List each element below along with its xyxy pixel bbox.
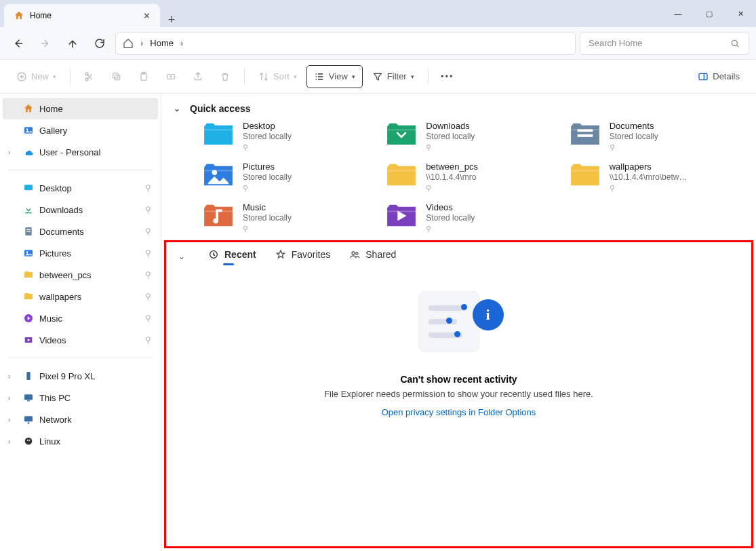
- window-controls: — ▢ ✕: [662, 0, 756, 27]
- cut-button[interactable]: [77, 65, 102, 88]
- pin-icon: ⚲: [243, 143, 292, 152]
- item-title: Videos: [426, 202, 475, 213]
- quick-access-item[interactable]: between_pcs \\10.1.4.4\mro ⚲: [385, 162, 560, 200]
- paste-icon: [138, 71, 149, 82]
- sidebar-item-pixel-9-pro-xl[interactable]: ›Pixel 9 Pro XL: [3, 365, 158, 387]
- svg-point-26: [25, 438, 33, 445]
- folder-icon: [202, 121, 235, 148]
- share-button[interactable]: [186, 65, 210, 88]
- rename-button[interactable]: [159, 65, 183, 88]
- chevron-right-icon[interactable]: ›: [8, 149, 10, 156]
- device-icon: [23, 436, 34, 446]
- breadcrumb-segment[interactable]: Home: [150, 38, 174, 48]
- sidebar-item-network[interactable]: ›Network: [3, 408, 158, 430]
- item-title: Documents: [610, 121, 658, 132]
- quick-access-item[interactable]: wallpapers \\10.1.4.4\mro\betw… ⚲: [569, 162, 744, 200]
- onedrive-icon: [23, 147, 34, 157]
- open-privacy-settings-link[interactable]: Open privacy settings in Folder Options: [177, 407, 740, 417]
- delete-button[interactable]: [213, 65, 237, 88]
- clock-icon: [208, 249, 219, 260]
- back-button[interactable]: [7, 32, 30, 55]
- sidebar-label: Videos: [39, 335, 66, 345]
- quick-access-header[interactable]: ⌄ Quick access: [161, 94, 756, 121]
- gallery-icon: [23, 125, 34, 136]
- item-subtitle: Stored locally: [243, 172, 292, 183]
- quick-access-item[interactable]: Music Stored locally ⚲: [202, 202, 377, 240]
- sidebar-label: wallpapers: [39, 292, 81, 302]
- item-title: Desktop: [243, 121, 292, 132]
- sidebar-item-desktop[interactable]: Desktop⚲: [3, 177, 158, 199]
- search-box[interactable]: [580, 32, 749, 55]
- item-subtitle: Stored locally: [243, 213, 292, 224]
- refresh-button[interactable]: [88, 32, 111, 55]
- maximize-button[interactable]: ▢: [694, 0, 725, 27]
- more-button[interactable]: •••: [435, 65, 460, 88]
- folder-icon: [23, 183, 34, 193]
- sidebar-label: Music: [39, 314, 62, 324]
- chevron-right-icon[interactable]: ›: [8, 438, 10, 445]
- sidebar-item-this-pc[interactable]: ›This PC: [3, 387, 158, 408]
- device-icon: [23, 414, 34, 425]
- filter-label: Filter: [387, 71, 407, 81]
- quick-access-item[interactable]: Videos Stored locally ⚲: [385, 202, 560, 240]
- search-input[interactable]: [589, 38, 730, 48]
- close-button[interactable]: ✕: [725, 0, 756, 27]
- minimize-button[interactable]: —: [662, 0, 694, 27]
- recent-section-highlight: ⌄ Recent Favorites Shared: [164, 240, 753, 548]
- item-title: Downloads: [426, 121, 475, 132]
- sidebar-label: between_pcs: [39, 270, 92, 280]
- sidebar-item-downloads[interactable]: Downloads⚲: [3, 199, 158, 221]
- breadcrumb-bar[interactable]: › Home ›: [115, 32, 576, 55]
- sidebar-item-music[interactable]: Music⚲: [3, 307, 158, 329]
- tab-favorites[interactable]: Favorites: [275, 249, 331, 264]
- chevron-right-icon[interactable]: ›: [8, 394, 10, 402]
- new-button[interactable]: New ▾: [9, 65, 63, 88]
- folder-icon: [385, 202, 418, 229]
- separator: [8, 170, 153, 170]
- sidebar-item-wallpapers[interactable]: wallpapers⚲: [3, 286, 158, 307]
- sidebar-item-user[interactable]: › User - Personal: [3, 141, 158, 163]
- folder-icon: [23, 313, 34, 324]
- sidebar-item-documents[interactable]: Documents⚲: [3, 221, 158, 242]
- tab-close-button[interactable]: ✕: [143, 11, 151, 21]
- copy-button[interactable]: [104, 65, 129, 88]
- list-icon: [314, 71, 325, 82]
- main-area: Home Gallery › User - Personal Desktop⚲D…: [0, 94, 756, 551]
- up-button[interactable]: [61, 32, 84, 55]
- chevron-right-icon[interactable]: ›: [8, 416, 10, 423]
- quick-access-item[interactable]: Downloads Stored locally ⚲: [385, 121, 560, 159]
- chevron-down-icon: ▾: [352, 73, 355, 80]
- sidebar-item-home[interactable]: Home: [3, 98, 158, 119]
- pin-icon: ⚲: [145, 183, 151, 193]
- window-tab-home[interactable]: Home ✕: [4, 4, 160, 27]
- item-subtitle: \\10.1.4.4\mro: [426, 172, 478, 183]
- forward-button[interactable]: [34, 32, 57, 55]
- sidebar-label: Pictures: [39, 248, 71, 259]
- add-tab-button[interactable]: +: [160, 13, 183, 27]
- tab-recent[interactable]: Recent: [208, 249, 256, 264]
- quick-access-item[interactable]: Pictures Stored locally ⚲: [202, 162, 377, 200]
- titlebar: Home ✕ + — ▢ ✕: [0, 0, 756, 27]
- paste-button[interactable]: [132, 65, 156, 88]
- sidebar-item-videos[interactable]: Videos⚲: [3, 329, 158, 351]
- sort-button[interactable]: Sort ▾: [252, 65, 304, 88]
- tab-shared[interactable]: Shared: [349, 249, 396, 264]
- details-pane-button[interactable]: Details: [691, 65, 747, 88]
- chevron-down-icon[interactable]: ⌄: [178, 252, 185, 261]
- pin-icon: ⚲: [243, 184, 292, 193]
- sidebar-item-linux[interactable]: ›Linux: [3, 430, 158, 452]
- view-button[interactable]: View ▾: [306, 65, 363, 88]
- quick-access-item[interactable]: Documents Stored locally ⚲: [569, 121, 744, 159]
- quick-access-item[interactable]: Desktop Stored locally ⚲: [202, 121, 377, 159]
- sidebar-item-gallery[interactable]: Gallery: [3, 119, 158, 141]
- item-title: Music: [243, 202, 292, 213]
- filter-button[interactable]: Filter ▾: [365, 65, 421, 88]
- folder-icon: [23, 291, 34, 302]
- sidebar-item-pictures[interactable]: Pictures⚲: [3, 242, 158, 264]
- cut-icon: [84, 71, 95, 82]
- chevron-right-icon[interactable]: ›: [8, 373, 10, 380]
- sidebar-item-between_pcs[interactable]: between_pcs⚲: [3, 264, 158, 286]
- chevron-down-icon[interactable]: ⌄: [174, 104, 180, 113]
- pin-icon: ⚲: [145, 292, 151, 301]
- folder-icon: [23, 269, 34, 280]
